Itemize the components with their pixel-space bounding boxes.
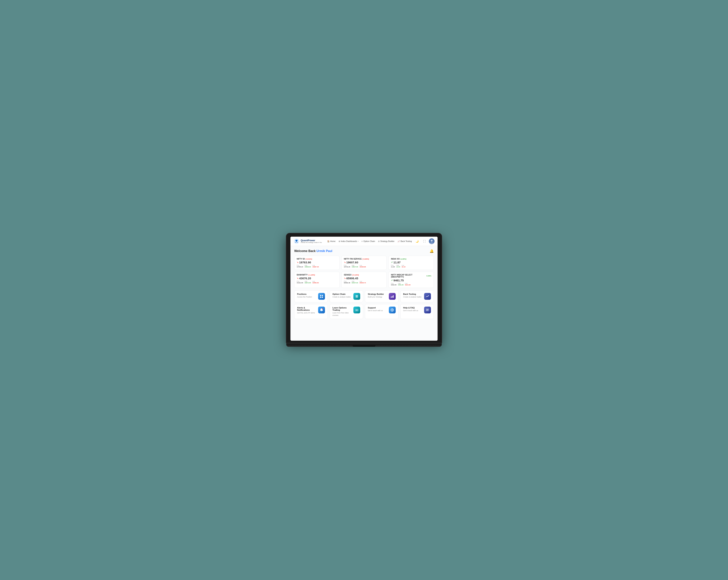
- nifty50-title: NIFTY 50: [297, 258, 305, 260]
- banknifty-high-value: 43872.95: [305, 282, 311, 284]
- svg-rect-8: [320, 297, 321, 298]
- option-chain-title: Option Chain: [333, 293, 352, 295]
- midcap-prev: Prev 9452.95: [391, 283, 396, 286]
- banknifty-change: (-1.10%): [308, 274, 315, 276]
- feature-option-chain[interactable]: Option Chain Create & analyse trades: [330, 291, 363, 302]
- nav-strategy-builder[interactable]: ⊟ Strategy Builder: [376, 239, 396, 243]
- back-testing-title: Back Testing: [403, 293, 423, 295]
- option-chain-info: Option Chain Create & analyse trades: [333, 293, 352, 298]
- welcome-name: Urmik Paul: [316, 249, 332, 253]
- positions-title: Positions: [297, 293, 317, 295]
- market-card-niftyfin: NIFTY FIN SERVICE (-0.63%) ↘ 19607.60 Pr…: [341, 256, 387, 270]
- laptop-base: [286, 342, 442, 347]
- feature-learn[interactable]: Learn Options Trading Learn from free vi…: [330, 304, 363, 319]
- back-testing-icon: [424, 293, 431, 300]
- back-testing-desc: Create & analyse trades: [403, 296, 423, 298]
- fullscreen-button[interactable]: ⛶: [422, 239, 427, 244]
- navbar: QuantPower Unleash the Strategy Creator …: [290, 237, 438, 246]
- midcap-change: 0.09%: [426, 275, 431, 277]
- laptop-wrapper: QuantPower Unleash the Strategy Creator …: [286, 233, 442, 347]
- strategy-builder-title: Strategy Builder: [368, 293, 387, 295]
- svg-point-3: [297, 240, 298, 241]
- sensex-high-value: 66037.69: [352, 282, 358, 284]
- market-card-nifty50: NIFTY 50 (-0.01%) ↘ 19763.90 Prev 19765: [294, 256, 340, 270]
- nifty50-high-label: High: [305, 265, 311, 266]
- feature-grid-row2: Alerts & Notifications Get P&L and LTP a…: [294, 304, 434, 319]
- feature-strategy-builder[interactable]: Strategy Builder Build your Strategy: [365, 291, 398, 302]
- banknifty-header: BANKNIFTY (-1.10%): [297, 274, 337, 276]
- app: QuantPower Unleash the Strategy Creator …: [290, 237, 438, 341]
- banknifty-prev-label: Prev: [297, 281, 303, 282]
- feature-support[interactable]: Support Get in touch with us: [365, 304, 398, 319]
- banknifty-title: BANKNIFTY: [297, 274, 308, 276]
- sensex-change: (-0.12%): [352, 274, 359, 276]
- nav-index-dashboards[interactable]: ⊞ Index Dashboards ▾: [337, 239, 360, 243]
- svg-point-19: [322, 308, 323, 309]
- brand-text: QuantPower Unleash the Strategy Creator …: [301, 239, 322, 243]
- svg-rect-16: [392, 296, 392, 298]
- nav-back-testing[interactable]: 📈 Back Testing: [396, 239, 413, 243]
- indiavix-title: INDIA VIX: [391, 258, 400, 260]
- midcap-prev-value: 9452.95: [391, 284, 396, 286]
- svg-point-1: [295, 240, 297, 242]
- sensex-prev-label: Prev: [344, 281, 350, 282]
- midcap-prev-label: Prev: [391, 283, 396, 284]
- strategy-builder-info: Strategy Builder Build your Strategy: [368, 293, 387, 298]
- feature-back-testing[interactable]: Back Testing Create & analyse trades: [400, 291, 434, 302]
- svg-point-5: [431, 240, 433, 242]
- alerts-info: Alerts & Notifications Get P&L and LTP a…: [297, 307, 317, 314]
- indiavix-stats: Prev 11.65 High 12.09 Low 10.19: [391, 265, 431, 268]
- feature-help-faq[interactable]: Help & FAQ Get in touch with us: [400, 304, 434, 319]
- svg-rect-9: [322, 297, 323, 298]
- indiavix-low-label: Low: [401, 265, 405, 266]
- feature-alerts[interactable]: Alerts & Notifications Get P&L and LTP a…: [294, 304, 328, 319]
- brand-name: QuantPower: [301, 239, 322, 242]
- nifty50-low-label: Low: [312, 265, 319, 266]
- laptop-screen: QuantPower Unleash the Strategy Creator …: [290, 237, 438, 341]
- nifty50-prev-value: 19765.20: [297, 266, 303, 268]
- niftyfin-change: (-0.63%): [363, 258, 369, 260]
- avatar[interactable]: [429, 238, 435, 244]
- market-grid: NIFTY 50 (-0.01%) ↘ 19763.90 Prev 19765: [294, 256, 434, 288]
- nav-backtesting-label: Back Testing: [400, 240, 412, 242]
- nifty50-header: NIFTY 50 (-0.01%): [297, 258, 337, 260]
- nifty50-stats: Prev 19765.20 High 19808.00 Low 19687.45: [297, 265, 337, 268]
- niftyfin-prev-label: Prev: [344, 265, 350, 266]
- sensex-prev: Prev 65982.48: [344, 281, 350, 284]
- sensex-title: SENSEX: [344, 274, 352, 276]
- niftyfin-low-label: Low: [360, 265, 366, 266]
- nav-strategy-label: Strategy Builder: [380, 240, 394, 242]
- midcap-price-value: 9461.75: [393, 279, 404, 282]
- theme-toggle-button[interactable]: 🌙: [414, 239, 420, 244]
- sensex-low: Low 65839.74: [360, 281, 366, 284]
- backtesting-nav-icon: 📈: [397, 240, 400, 242]
- niftyfin-arrow-icon: ↘: [344, 261, 346, 264]
- support-title: Support: [368, 307, 387, 309]
- positions-desc: Access the Position: [297, 296, 317, 298]
- sensex-arrow-icon: ↘: [344, 277, 346, 279]
- brand-tagline: Unleash the Strategy Creator in You: [301, 242, 322, 243]
- banknifty-arrow-icon: ↘: [297, 277, 298, 279]
- nav-home[interactable]: 🏠 Home: [326, 239, 337, 243]
- nifty50-high-value: 19808.00: [305, 266, 311, 268]
- svg-point-2: [295, 240, 296, 241]
- screen-bezel: QuantPower Unleash the Strategy Creator …: [286, 233, 442, 342]
- nav-option-chain-label: Option Chain: [363, 240, 375, 242]
- strategy-builder-desc: Build your Strategy: [368, 296, 387, 298]
- banknifty-high: High 43872.95: [305, 281, 311, 284]
- learn-icon: [354, 307, 360, 313]
- feature-positions[interactable]: Positions Access the Position: [294, 291, 328, 302]
- nav-option-chain[interactable]: ≡ Option Chain: [360, 239, 376, 243]
- niftyfin-prev-value: 19732.25: [344, 266, 350, 268]
- nifty50-high: High 19808.00: [305, 265, 311, 268]
- svg-rect-17: [393, 295, 394, 298]
- midcap-price: ↗ 9461.75: [391, 279, 431, 282]
- nifty50-low: Low 19687.45: [312, 265, 319, 268]
- support-info: Support Get in touch with us: [368, 307, 387, 312]
- welcome-text: Welcome Back Urmik Paul: [294, 249, 332, 253]
- sensex-stats: Prev 65982.48 High 66037.69 Low 65839.74: [344, 281, 384, 284]
- bell-icon[interactable]: 🔔: [430, 249, 434, 253]
- midcap-low-value: 9424.00: [405, 284, 411, 286]
- dashboard-icon: ⊞: [339, 240, 340, 242]
- support-desc: Get in touch with us: [368, 309, 387, 312]
